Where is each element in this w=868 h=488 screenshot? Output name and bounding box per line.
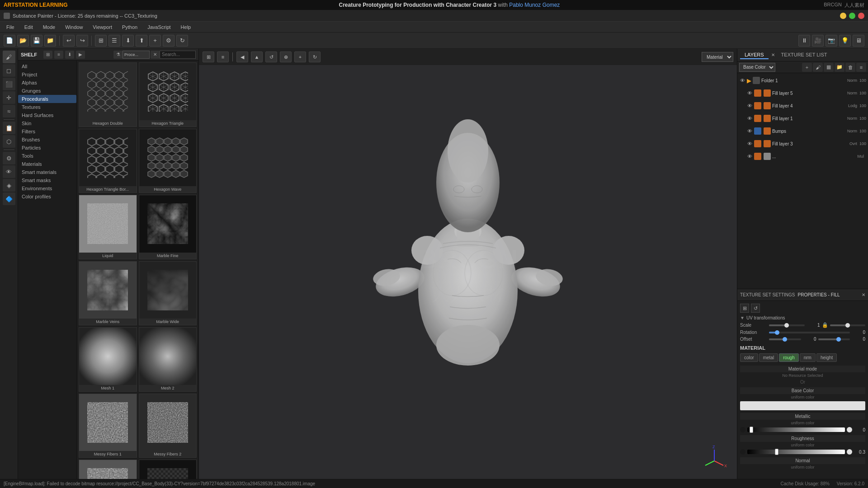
grid-item-hextribor[interactable]: Hexagon Triangle Bor... xyxy=(79,129,137,193)
minimize-button[interactable] xyxy=(840,13,846,19)
maximize-button[interactable] xyxy=(849,13,855,19)
layer-row-fill5[interactable]: 👁 Fill layer 5 Norm 100 xyxy=(737,87,868,99)
grid-item-hextri[interactable]: Hexagon Triangle xyxy=(139,62,197,127)
grid-item-mesh1[interactable]: Mesh 1 xyxy=(79,327,137,392)
menu-python[interactable]: Python xyxy=(118,23,142,31)
open-button[interactable]: 📂 xyxy=(17,35,29,47)
layer-eye-fill4[interactable]: 👁 xyxy=(746,103,753,109)
layer-eye-bumps[interactable]: 👁 xyxy=(746,128,753,134)
layer-add-folder-btn[interactable]: 📁 xyxy=(835,63,844,72)
camera-button[interactable]: 📷 xyxy=(826,35,837,47)
nav-grunges[interactable]: Grunges xyxy=(18,87,76,95)
layer-add-fill-btn[interactable]: ▦ xyxy=(824,63,834,72)
pause-button[interactable]: ⏸ xyxy=(798,35,810,47)
layer-more-btn[interactable]: ≡ xyxy=(856,63,866,72)
grid-item-marbleveins[interactable]: Marble Veins xyxy=(79,261,137,326)
3d-viewport[interactable]: ⊞ ≡ ◀ ▲ ↺ ⊕ + ↻ Material xyxy=(199,49,737,479)
layer-add-paint-btn[interactable]: 🖌 xyxy=(813,63,823,72)
offset-slider-y[interactable] xyxy=(818,338,850,340)
filter-btn[interactable]: ⚗ xyxy=(113,51,123,59)
author-link[interactable]: Pablo Munoz Gomez xyxy=(509,2,560,8)
tool-paint[interactable]: 🖌 xyxy=(3,51,15,63)
layer-add-btn[interactable]: + xyxy=(802,63,812,72)
nav-particles[interactable]: Particles xyxy=(18,144,76,152)
nav-materials[interactable]: Materials xyxy=(18,160,76,168)
base-color-bar[interactable] xyxy=(740,401,865,410)
mat-tab-height[interactable]: height xyxy=(816,353,837,362)
new-button[interactable]: 📄 xyxy=(4,35,15,47)
grid-item-messyf3[interactable]: Messy Fibers 3 xyxy=(79,460,137,479)
roughness-slider[interactable] xyxy=(747,450,845,454)
light-button[interactable]: 💡 xyxy=(839,35,851,47)
menu-file[interactable]: File xyxy=(2,23,19,31)
tool-erase[interactable]: ◻ xyxy=(3,64,15,77)
layer-row-folder1[interactable]: 👁 ▶ Folder 1 Norm 100 xyxy=(737,74,868,87)
tool-bake[interactable]: 🔷 xyxy=(3,192,15,205)
nav-all[interactable]: All xyxy=(18,62,76,70)
screen-button[interactable]: 🖥 xyxy=(853,35,864,47)
props-icon-1[interactable]: ⊞ xyxy=(740,304,749,313)
layer-row-fill4[interactable]: 👁 Fill layer 4 Lodg 100 xyxy=(737,99,868,112)
refresh-button[interactable]: ↻ xyxy=(176,35,188,47)
tool-fill[interactable]: ⬛ xyxy=(3,78,15,90)
nav-alphas[interactable]: Alphas xyxy=(18,79,76,87)
nav-brushes[interactable]: Brushes xyxy=(18,136,76,144)
close-button[interactable] xyxy=(858,13,864,19)
tool-layers[interactable]: 📋 xyxy=(3,122,15,134)
nav-hard-surfaces[interactable]: Hard Surfaces xyxy=(18,111,76,119)
mat-tab-metal[interactable]: metal xyxy=(759,353,778,362)
nav-project[interactable]: Project xyxy=(18,70,76,79)
base-color-selector[interactable]: Base Color xyxy=(739,63,775,72)
props-close-btn[interactable]: ✕ xyxy=(862,292,865,297)
menu-help[interactable]: Help xyxy=(176,23,196,31)
list-view-button[interactable]: ☰ xyxy=(108,35,120,47)
filter-close[interactable]: ✕ xyxy=(151,51,160,59)
tool-select[interactable]: ✛ xyxy=(3,91,15,104)
shelf-btn-1[interactable]: ⊞ xyxy=(43,51,52,59)
nav-color-profiles[interactable]: Color profiles xyxy=(18,192,76,201)
layer-eye-folder1[interactable]: 👁 xyxy=(739,77,745,84)
render-button[interactable]: 🎥 xyxy=(812,35,824,47)
filter-label[interactable]: Proce... xyxy=(123,51,150,59)
layer-eye-extra[interactable]: 👁 xyxy=(746,153,753,160)
import-button[interactable]: ⬇ xyxy=(122,35,134,47)
mat-tab-color[interactable]: color xyxy=(740,353,758,362)
layer-delete-btn[interactable]: 🗑 xyxy=(845,63,855,72)
menu-mode[interactable]: Mode xyxy=(38,23,60,31)
save-button[interactable]: 💾 xyxy=(31,35,42,47)
layer-row-bumps[interactable]: 👁 Bumps Norm 100 xyxy=(737,125,868,137)
undo-button[interactable]: ↩ xyxy=(63,35,75,47)
shelf-btn-2[interactable]: ≡ xyxy=(54,51,63,59)
redo-button[interactable]: ↪ xyxy=(76,35,88,47)
layer-eye-fill3[interactable]: 👁 xyxy=(746,141,753,147)
export-button[interactable]: ⬆ xyxy=(136,35,147,47)
search-input[interactable] xyxy=(160,51,196,59)
grid-view-button[interactable]: ⊞ xyxy=(95,35,107,47)
rotation-slider[interactable] xyxy=(769,332,850,333)
scale-slider-2[interactable] xyxy=(830,324,866,326)
folder-button[interactable]: 📁 xyxy=(44,35,56,47)
tool-settings2[interactable]: ⚙ xyxy=(3,152,15,164)
grid-item-mesh2[interactable]: Mesh 2 xyxy=(139,327,197,392)
offset-slider-x[interactable] xyxy=(769,338,801,340)
scale-slider[interactable] xyxy=(769,324,805,326)
nav-smart-masks[interactable]: Smart masks xyxy=(18,176,76,184)
layer-row-extra[interactable]: 👁 ... Mul xyxy=(737,150,868,163)
nav-textures[interactable]: Textures xyxy=(18,103,76,111)
mat-tab-rough[interactable]: rough xyxy=(779,353,799,362)
tool-display[interactable]: 👁 xyxy=(3,165,15,178)
tool-node[interactable]: ⬡ xyxy=(3,135,15,148)
grid-item-messyf1[interactable]: Messy Fibers 1 xyxy=(79,394,137,458)
nav-environments[interactable]: Environments xyxy=(18,184,76,192)
grid-item-hexwave[interactable]: Hexagon Wave xyxy=(139,129,197,193)
lock-icon[interactable]: 🔒 xyxy=(822,322,828,328)
add-button[interactable]: + xyxy=(149,35,161,47)
layer-eye-fill1[interactable]: 👁 xyxy=(746,115,753,122)
tab-texture-set-list[interactable]: TEXTURE SET LIST xyxy=(777,51,832,59)
nav-tools[interactable]: Tools xyxy=(18,152,76,160)
menu-viewport[interactable]: Viewport xyxy=(88,23,117,31)
menu-javascript[interactable]: JavaScript xyxy=(143,23,175,31)
nav-smart-materials[interactable]: Smart materials xyxy=(18,168,76,176)
layer-row-fill1[interactable]: 👁 Fill layer 1 Norm 100 xyxy=(737,112,868,125)
nav-procedurals[interactable]: Procedurals xyxy=(18,95,76,103)
